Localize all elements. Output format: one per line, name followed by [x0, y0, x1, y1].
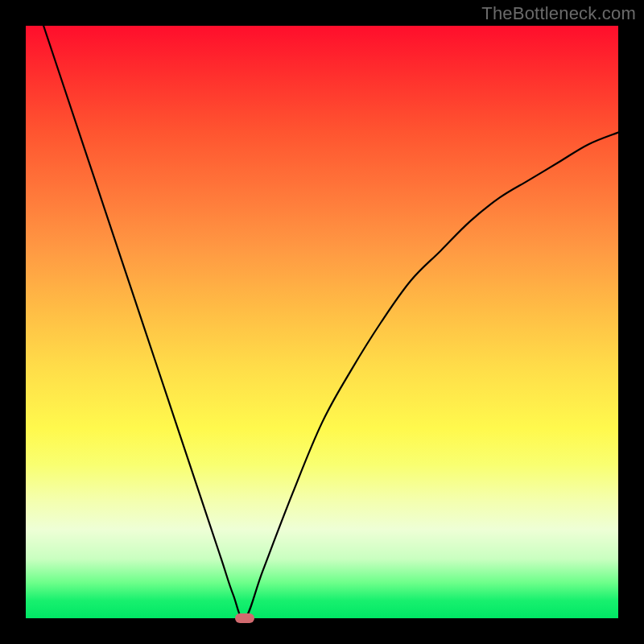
plot-area	[26, 26, 618, 618]
watermark-text: TheBottleneck.com	[481, 3, 636, 24]
curve-svg	[26, 26, 618, 618]
bottleneck-curve-path	[43, 26, 618, 618]
minimum-marker	[235, 613, 254, 623]
chart-container: TheBottleneck.com	[0, 0, 644, 644]
